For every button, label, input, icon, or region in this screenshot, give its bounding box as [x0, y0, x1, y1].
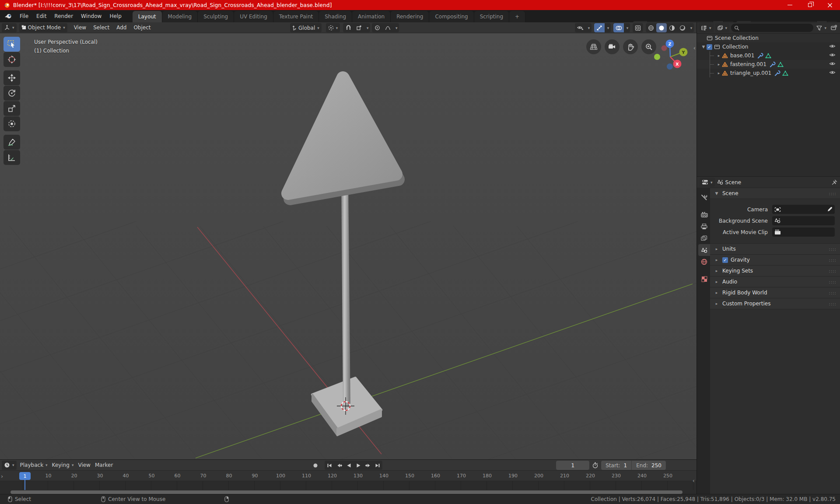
scene-panel-header[interactable]: ▼ Scene :::: [710, 188, 840, 199]
tab-scene[interactable] [698, 244, 710, 256]
workspace-tab[interactable]: Layout [133, 11, 162, 22]
expand-icon[interactable]: ▸ [714, 269, 720, 273]
tab-render[interactable] [698, 209, 710, 220]
workspace-tab[interactable]: Shading [319, 11, 352, 22]
property-panel-header[interactable]: ▸ ✓ Keying Sets :::: [710, 266, 840, 276]
property-panel-header[interactable]: ▸ ✓ Audio :::: [710, 276, 840, 287]
filter-icon[interactable]: ▾ [815, 23, 828, 32]
outliner-display-mode-button[interactable]: ▾ [715, 23, 730, 32]
hide-in-viewport-toggle[interactable] [829, 44, 836, 49]
proportional-dropdown[interactable]: ▾ [393, 23, 399, 32]
property-panel-header[interactable]: ▸ ✓ Custom Properties :::: [710, 298, 840, 309]
show-gizmos-toggle[interactable] [594, 23, 605, 32]
tab-output[interactable] [698, 220, 710, 232]
workspace-tab[interactable]: Animation [352, 11, 391, 22]
expand-icon[interactable]: ▸ [714, 301, 720, 306]
hide-in-viewport-toggle[interactable] [829, 52, 836, 57]
snap-settings-dropdown[interactable]: ▾ [364, 23, 370, 32]
xray-toggle[interactable] [633, 23, 643, 32]
workspace-tab[interactable]: + [509, 11, 525, 22]
jump-to-next-keyframe-button[interactable] [363, 461, 373, 470]
pan-view-icon[interactable] [623, 39, 638, 54]
frame-start-field[interactable]: Start: 1 [601, 461, 631, 470]
minimize-button[interactable] [780, 0, 800, 10]
select-box-tool[interactable] [4, 37, 20, 52]
object-visibility-icon[interactable] [575, 23, 585, 32]
collection-checkbox[interactable]: ✓ [707, 44, 712, 50]
sidebar-toggle-arrow[interactable]: ‹ [693, 45, 696, 51]
timeline-menu[interactable]: Keying▾ [50, 461, 76, 470]
eyedropper-icon[interactable] [827, 206, 833, 212]
gizmos-dropdown[interactable]: ▾ [605, 23, 611, 32]
mode-dropdown[interactable]: Object Mode ▾ [19, 23, 67, 32]
proportional-edit-toggle[interactable] [372, 23, 382, 32]
transform-tool[interactable] [4, 116, 20, 131]
overlays-dropdown[interactable]: ▾ [624, 23, 630, 32]
active-movie-clip-field[interactable] [772, 228, 835, 237]
menubar-menu[interactable]: Help [105, 10, 125, 22]
hide-in-viewport-toggle[interactable] [829, 70, 836, 75]
expand-icon[interactable]: ▸ [716, 53, 722, 58]
auto-keying-toggle[interactable] [311, 461, 320, 470]
editor-type-button[interactable]: ▾ [2, 23, 17, 32]
measure-tool[interactable] [4, 150, 20, 165]
cursor-tool[interactable] [4, 52, 20, 67]
tab-view-layer[interactable] [698, 232, 710, 244]
expand-icon[interactable]: ▸ [714, 247, 720, 251]
timeline-scrollbar[interactable] [10, 490, 682, 494]
hide-in-viewport-toggle[interactable] [829, 61, 836, 66]
play-button[interactable] [354, 461, 363, 470]
property-panel-header[interactable]: ▸ ✓ Rigid Body World :::: [710, 287, 840, 298]
timeline-right-region-arrow[interactable]: ‹ [693, 477, 695, 484]
outliner-row-collection[interactable]: ▼ ✓ Collection [697, 42, 840, 51]
menubar-menu[interactable]: Window [77, 10, 105, 22]
navigation-gizmo[interactable]: Z Y X [654, 39, 691, 76]
properties-editor-type-button[interactable]: ▾ [700, 178, 715, 187]
drag-dots-icon[interactable]: :::: [829, 290, 836, 295]
expand-icon[interactable]: ▸ [716, 71, 722, 75]
timeline-menu[interactable]: Playback▾ [18, 461, 50, 470]
workspace-tab[interactable]: UV Editing [234, 11, 273, 22]
expand-icon[interactable]: ▸ [714, 280, 720, 284]
drag-dots-icon[interactable]: :::: [829, 301, 836, 306]
workspace-tab[interactable]: Modeling [162, 11, 198, 22]
timeline-track[interactable] [0, 481, 696, 490]
wireframe-shading-button[interactable] [646, 23, 656, 32]
outliner-editor-type-button[interactable]: ▾ [699, 23, 714, 32]
outliner-object-row[interactable]: ▸ triangle_up.001 [697, 69, 840, 77]
drag-dots-icon[interactable]: :::: [829, 280, 836, 284]
pin-icon[interactable] [832, 179, 837, 185]
viewport-canvas[interactable]: User Perspective (Local) (1) Collection [0, 33, 696, 459]
snap-toggle[interactable] [343, 23, 354, 32]
viewport-menu[interactable]: View [70, 22, 90, 33]
timeline-left-region-arrow[interactable]: › [1, 473, 3, 480]
jump-to-end-button[interactable] [373, 461, 382, 470]
drag-dots-icon[interactable]: :::: [829, 247, 836, 252]
property-panel-header[interactable]: ▸ ✓ Units :::: [710, 244, 840, 255]
blender-menu-icon[interactable] [0, 10, 16, 22]
viewport-menu[interactable]: Select [90, 22, 113, 33]
jump-to-prev-keyframe-button[interactable] [334, 461, 344, 470]
snap-target-icon[interactable] [354, 23, 364, 32]
drag-dots-icon[interactable]: :::: [829, 191, 836, 196]
proportional-falloff-icon[interactable] [382, 23, 393, 32]
expand-icon[interactable]: ▸ [714, 258, 720, 262]
menubar-menu[interactable]: File [16, 10, 32, 22]
expand-icon[interactable]: ▸ [716, 62, 722, 66]
solid-shading-button[interactable] [656, 23, 667, 32]
timeline-menu[interactable]: View [76, 461, 92, 470]
viewport-menu[interactable]: Object [130, 22, 154, 33]
outliner-row-scene-collection[interactable]: Scene Collection [697, 34, 840, 42]
annotate-tool[interactable] [4, 135, 20, 150]
transform-orientation-dropdown[interactable]: Global ▾ [290, 23, 322, 32]
menubar-menu[interactable]: Edit [32, 10, 50, 22]
current-frame-badge[interactable]: 1 [19, 472, 31, 480]
use-preview-range-icon[interactable] [592, 462, 598, 469]
workspace-tab[interactable]: Rendering [391, 11, 429, 22]
current-frame-field[interactable]: 1 [556, 461, 589, 470]
frame-end-field[interactable]: End: 250 [631, 461, 666, 470]
workspace-tab[interactable]: Sculpting [198, 11, 234, 22]
play-reverse-button[interactable] [344, 461, 354, 470]
workspace-tab[interactable]: Scripting [474, 11, 509, 22]
material-preview-button[interactable] [667, 23, 677, 32]
